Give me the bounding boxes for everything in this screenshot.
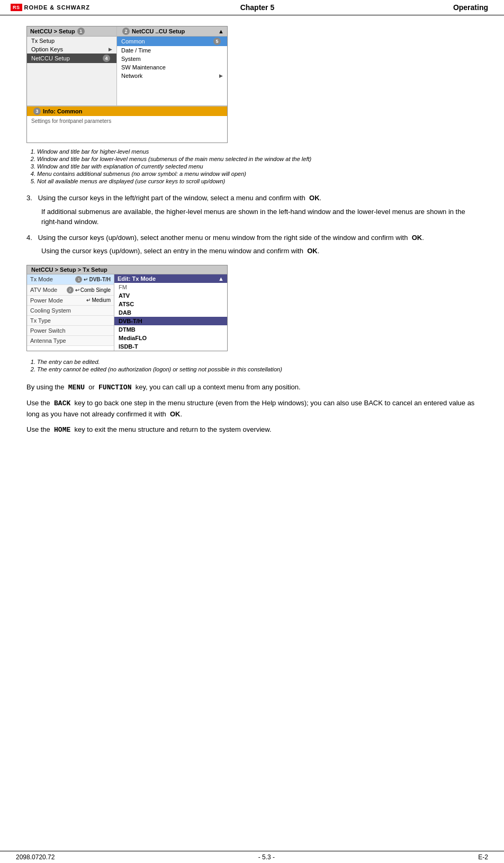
step4-block: 4. Using the cursor keys (up/down), sele… xyxy=(26,233,478,256)
page-number: - 5.3 - xyxy=(258,853,275,861)
tx-row-cooling: Cooling System xyxy=(27,306,114,316)
menu-right-item-system: System xyxy=(117,55,227,63)
edit-item-isdbt: ISDB-T xyxy=(114,342,227,351)
home-para: Use the HOME key to exit the menu struct… xyxy=(26,424,478,435)
network-arrow-icon: ▶ xyxy=(219,73,223,78)
menu-right-item-network: Network ▶ xyxy=(117,72,227,80)
edit-item-dtmb: DTMB xyxy=(114,325,227,334)
notes-list-1: Window and title bar for higher-level me… xyxy=(37,148,478,184)
step4-ok1-key: OK xyxy=(412,234,422,242)
info-content: Settings for frontpanel parameters xyxy=(27,116,227,143)
menu-left-item-netccu: NetCCU Setup 4 xyxy=(27,54,116,63)
powermode-icon: ↵ xyxy=(86,297,91,303)
edit-item-dvbt: DVB-T/H xyxy=(114,317,227,325)
num4-badge: 4 xyxy=(103,55,110,62)
note-item: Window and title bar with explanation of… xyxy=(37,163,478,170)
page-content: NetCCU > Setup 1 Tx Setup Option Keys ▶ … xyxy=(0,15,504,450)
back-key-text: BACK xyxy=(54,399,70,407)
tx-row-atvmode: ATV Mode 2 ↩ Comb Single xyxy=(27,285,114,296)
back-para: Use the BACK key to go back one step in … xyxy=(26,398,478,419)
tx-row-antennatype: Antenna Type xyxy=(27,336,114,346)
txsetup-edit-panel: Edit: Tx Mode ▲ FM ATV ATSC DAB DVB-T/H … xyxy=(114,274,227,351)
step4-intro: Using the cursor keys (up/down), select … xyxy=(38,234,408,242)
arrow-up-icon: ▲ xyxy=(218,28,224,34)
back-rest-text: key to go back one step in the menu stru… xyxy=(26,399,474,418)
atvmode-num: 2 xyxy=(67,287,74,293)
txsetup-menu-image: NetCCU > Setup > Tx Setup Tx Mode 1 ↵ DV… xyxy=(26,265,228,351)
tx-label-powermode: Power Mode xyxy=(30,297,86,304)
edit-item-atv: ATV xyxy=(114,291,227,300)
revision: E-2 xyxy=(478,853,488,861)
num5-badge: 5 xyxy=(213,38,221,45)
tx-row-powermode: Power Mode ↵ Medium xyxy=(27,296,114,306)
menu-right-col: 2 NetCCU ..CU Setup ▲ Common 5 Date / Ti… xyxy=(117,26,227,105)
menu-left-titlebar: NetCCU > Setup 1 xyxy=(27,26,116,37)
atvmode-value: Comb Single xyxy=(80,287,111,293)
step4-detail: Using the cursor keys (up/down), select … xyxy=(41,246,478,256)
step3-header: 3. Using the cursor keys in the left/rig… xyxy=(26,193,478,203)
logo-area: RS ROHDE & SCHWARZ xyxy=(11,4,90,11)
or-text: or xyxy=(88,383,95,391)
menu-function-para: By using the MENU or FUNCTION key, you c… xyxy=(26,382,478,393)
info-label: Info: Common xyxy=(43,108,83,114)
txmode-num: 1 xyxy=(75,276,82,283)
menu-top-row: NetCCU > Setup 1 Tx Setup Option Keys ▶ … xyxy=(27,26,227,106)
tx-label-antennatype: Antenna Type xyxy=(30,337,111,344)
netccu-menu-image: NetCCU > Setup 1 Tx Setup Option Keys ▶ … xyxy=(26,26,228,143)
edit-title-bar: Edit: Tx Mode ▲ xyxy=(114,274,227,283)
note-item: Not all available menus are displayed (u… xyxy=(37,178,478,184)
menu-right-item-common: Common 5 xyxy=(117,37,227,46)
note2-item1: The entry can be edited. xyxy=(37,359,478,365)
left-title-text: NetCCU > Setup xyxy=(30,28,75,34)
atvmode-icon: ↩ xyxy=(75,287,79,293)
chapter-title: Chapter 5 xyxy=(90,3,425,12)
note-item: Window and title bar for lower-level men… xyxy=(37,156,478,162)
note2-item2: The entry cannot be edited (no authoriza… xyxy=(37,366,478,372)
num1-badge: 1 xyxy=(77,28,85,35)
menu-right-titlebar: 2 NetCCU ..CU Setup ▲ xyxy=(117,26,227,37)
menu-left-item-optionkeys: Option Keys ▶ xyxy=(27,45,116,54)
home-rest-text: key to exit the menu structure and retur… xyxy=(75,425,272,433)
step3-intro: Using the cursor keys in the left/right … xyxy=(38,194,305,202)
txmode-icon: ↵ xyxy=(84,277,88,282)
txsetup-titlebar: NetCCU > Setup > Tx Setup xyxy=(27,265,227,274)
txmode-value: DVB-T/H xyxy=(89,277,111,282)
page-header: RS ROHDE & SCHWARZ Chapter 5 Operating xyxy=(0,0,504,15)
powermode-value: Medium xyxy=(92,297,111,303)
screenshot2: NetCCU > Setup > Tx Setup Tx Mode 1 ↵ DV… xyxy=(26,265,478,351)
step4-ok2-key: OK xyxy=(307,247,318,255)
step3-ok-key: OK xyxy=(309,194,320,202)
tx-row-txmode: Tx Mode 1 ↵ DVB-T/H xyxy=(27,274,114,285)
edit-item-mediaflo: MediaFLO xyxy=(114,334,227,342)
section-title: Operating xyxy=(425,3,488,12)
step4-detail1: Using the cursor keys (up/down), select … xyxy=(41,247,303,255)
step3-block: 3. Using the cursor keys in the left/rig… xyxy=(26,193,478,227)
home-intro-text: Use the xyxy=(26,425,50,433)
menu-rest-text: key, you can call up a context menu from… xyxy=(136,383,301,391)
logo-text: ROHDE & SCHWARZ xyxy=(24,4,90,11)
tx-label-txtype: Tx Type xyxy=(30,317,111,324)
menu-left-col: NetCCU > Setup 1 Tx Setup Option Keys ▶ … xyxy=(27,26,117,105)
edit-item-dab: DAB xyxy=(114,308,227,317)
doc-number: 2098.0720.72 xyxy=(16,853,55,861)
note-item: Window and title bar for higher-level me… xyxy=(37,148,478,155)
menu-right-item-swmaint: SW Maintenance xyxy=(117,63,227,72)
tx-label-cooling: Cooling System xyxy=(30,307,111,314)
menu-left-item-txsetup: Tx Setup xyxy=(27,37,116,45)
tx-row-txtype: Tx Type xyxy=(27,316,114,326)
tx-row-powerswitch: Power Switch xyxy=(27,326,114,336)
back-intro-text: Use the xyxy=(26,399,50,407)
edit-arrow-up-icon: ▲ xyxy=(218,275,224,282)
page-footer: 2098.0720.72 - 5.3 - E-2 xyxy=(0,851,504,863)
tx-label-powerswitch: Power Switch xyxy=(30,327,111,334)
edit-item-fm: FM xyxy=(114,283,227,291)
back-ok-text: OK xyxy=(170,410,181,418)
menu-key-text: MENU xyxy=(68,384,85,392)
num2-badge: 2 xyxy=(122,28,130,35)
arrow-icon: ▶ xyxy=(109,47,112,52)
edit-title-text: Edit: Tx Mode xyxy=(118,275,156,282)
num3-badge: 3 xyxy=(33,108,41,115)
step4-header: 4. Using the cursor keys (up/down), sele… xyxy=(26,233,478,243)
notes-list-2: The entry can be edited. The entry canno… xyxy=(37,359,478,372)
info-titlebar: 3 Info: Common xyxy=(27,106,227,116)
